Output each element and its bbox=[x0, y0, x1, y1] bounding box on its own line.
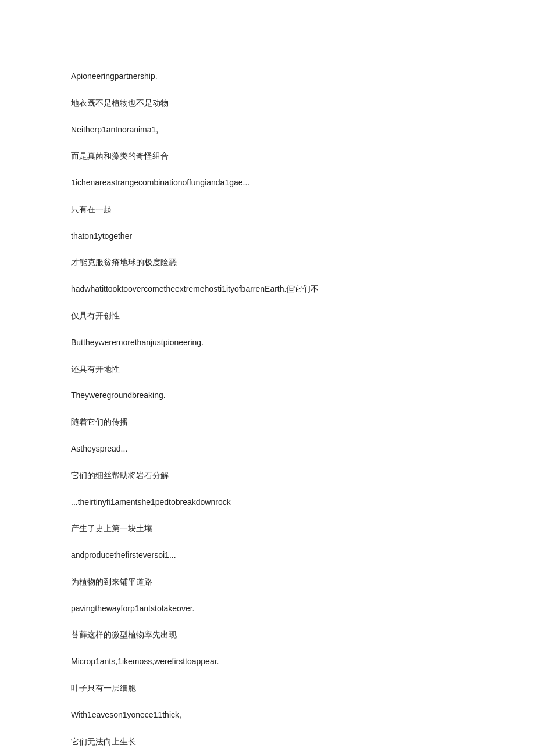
content-line-l6: 只有在一起 bbox=[71, 203, 464, 216]
content-line-l10: 仅具有开创性 bbox=[71, 309, 464, 322]
content-line-l19: andproducethefirsteversoi1... bbox=[71, 549, 464, 561]
content-line-l14: 随着它们的传播 bbox=[71, 415, 464, 428]
content-line-l25: With1eaveson1yonece11thick, bbox=[71, 708, 464, 721]
content-line-l13: Theyweregroundbreaking. bbox=[71, 389, 464, 402]
content-line-l18: 产生了史上第一块土壤 bbox=[71, 522, 464, 535]
content-line-l26: 它们无法向上生长 bbox=[71, 735, 464, 748]
main-content: Apioneeringpartnership.地衣既不是植物也不是动物Neith… bbox=[71, 70, 464, 756]
content-line-l16: 它们的细丝帮助将岩石分解 bbox=[71, 469, 464, 482]
content-line-l3: Neitherp1antnoranima1, bbox=[71, 123, 464, 136]
content-line-l2: 地衣既不是植物也不是动物 bbox=[71, 96, 464, 109]
content-line-l24: 叶子只有一层细胞 bbox=[71, 682, 464, 694]
content-line-l23: Microp1ants,1ikemoss,werefirsttoappear. bbox=[71, 655, 464, 668]
content-line-l20: 为植物的到来铺平道路 bbox=[71, 575, 464, 588]
content-line-l8: 才能克服贫瘠地球的极度险恶 bbox=[71, 256, 464, 268]
content-line-l11: Buttheyweremorethanjustpioneering. bbox=[71, 336, 464, 349]
content-line-l12: 还具有开地性 bbox=[71, 363, 464, 375]
content-line-l15: Astheyspread... bbox=[71, 442, 464, 455]
content-line-l4: 而是真菌和藻类的奇怪组合 bbox=[71, 149, 464, 162]
content-line-l22: 苔藓这样的微型植物率先出现 bbox=[71, 628, 464, 641]
content-line-l21: pavingthewayforp1antstotakeover. bbox=[71, 602, 464, 615]
content-line-l17: ...theirtinyfi1amentshe1pedtobreakdownro… bbox=[71, 496, 464, 508]
content-line-l9: hadwhatittooktoovercometheextremehosti1i… bbox=[71, 282, 464, 295]
content-line-l7: thaton1ytogether bbox=[71, 230, 464, 242]
content-line-l1: Apioneeringpartnership. bbox=[71, 70, 464, 83]
content-line-l5: 1ichenareastrangecombinationoffungianda1… bbox=[71, 176, 464, 189]
